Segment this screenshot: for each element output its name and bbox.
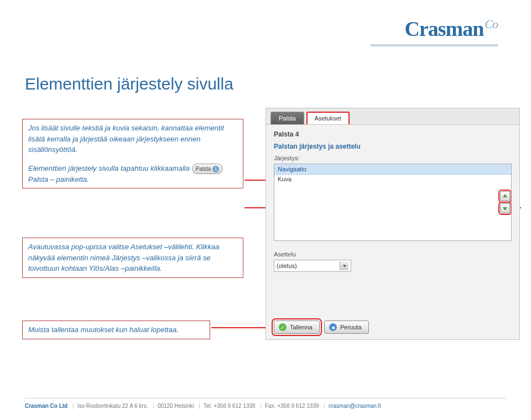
palsta-inline-button: Palsta1 xyxy=(192,164,223,174)
paragraph: Muista tallentaa muutokset kun haluat lo… xyxy=(28,324,204,335)
arrow-down-icon xyxy=(502,206,508,211)
save-button[interactable]: ✓ Tallenna xyxy=(274,321,320,334)
reorder-controls xyxy=(500,191,510,213)
instruction-block-1: Jos lisäät sivulle tekstiä ja kuvia seka… xyxy=(22,119,243,188)
column-title: Palsta 4 xyxy=(274,130,512,138)
paragraph: Jos lisäät sivulle tekstiä ja kuvia seka… xyxy=(28,123,237,155)
check-icon: ✓ xyxy=(279,323,287,331)
chevron-down-icon xyxy=(340,261,348,270)
panel-footer: ✓ Tallenna ◄ Peruuta xyxy=(274,321,369,334)
list-item[interactable]: Navigaatio xyxy=(274,164,511,174)
order-label: Järjestys: xyxy=(274,155,512,161)
arrow-up-icon xyxy=(502,193,508,199)
list-item[interactable]: Kuva xyxy=(274,174,511,184)
paragraph: Elementtien järjestely sivulla tapahtuu … xyxy=(28,163,237,185)
page-title: Elementtien järjestely sivulla xyxy=(25,75,233,93)
tab-palsta[interactable]: Palsta xyxy=(270,112,304,124)
tab-asetukset[interactable]: Asetukset xyxy=(306,112,350,124)
move-down-button[interactable] xyxy=(500,203,510,213)
tab-bar: Palsta Asetukset xyxy=(266,108,519,125)
back-icon: ◄ xyxy=(329,323,337,331)
layout-label: Asettelu xyxy=(274,251,512,258)
page-footer: Crasman Co Ltd |Iso Roobertinkatu 22 A 6… xyxy=(25,398,506,409)
instruction-block-2: Avautuvassa pop-upissa valitse Asetukset… xyxy=(22,238,243,278)
order-listbox[interactable]: Navigaatio Kuva xyxy=(274,164,512,241)
cancel-button[interactable]: ◄ Peruuta xyxy=(324,321,369,334)
layout-select[interactable]: (oletus) xyxy=(274,260,351,272)
move-up-button[interactable] xyxy=(500,191,510,201)
instruction-block-3: Muista tallentaa muutokset kun haluat lo… xyxy=(22,321,210,339)
logo-underline xyxy=(371,44,498,46)
popup-panel: Palsta Asetukset Palsta 4 Palstan järjes… xyxy=(266,108,520,340)
section-subheading: Palstan järjestys ja asettelu xyxy=(274,143,512,150)
select-value: (oletus) xyxy=(277,262,297,269)
paragraph: Avautuvassa pop-upissa valitse Asetukset… xyxy=(28,242,237,274)
logo: CrasmanCo xyxy=(404,17,498,41)
